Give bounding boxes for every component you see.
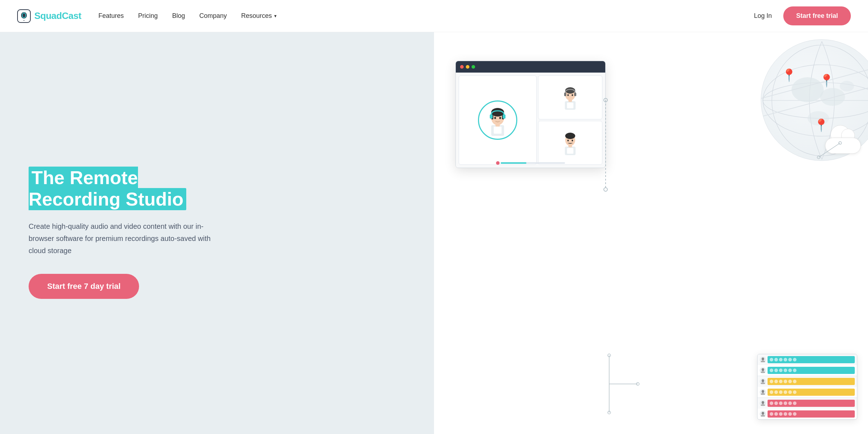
track-dot-6 xyxy=(793,358,797,361)
minimize-button-dot xyxy=(466,65,469,69)
track-row-5 xyxy=(758,398,857,409)
svg-rect-22 xyxy=(567,103,573,108)
progress-fill xyxy=(501,162,527,164)
svg-point-54 xyxy=(761,415,765,417)
avatar-cell-bottom-right xyxy=(538,121,602,165)
avatar-cell-top-right xyxy=(538,75,602,119)
svg-point-29 xyxy=(572,94,573,96)
progress-bar xyxy=(501,162,565,164)
track-row-3 xyxy=(758,376,857,387)
track-dot-4 xyxy=(784,358,787,361)
track-avatar-5 xyxy=(760,400,766,406)
track-row-1 xyxy=(758,354,857,365)
avatar-teal-ring xyxy=(478,100,517,140)
track-dot-5 xyxy=(788,358,792,361)
track-bar-yellow-2 xyxy=(768,389,855,396)
svg-point-35 xyxy=(567,139,569,141)
pin-pink-icon: 📍 xyxy=(819,73,834,88)
hero-cta-button[interactable]: Start free 7 day trial xyxy=(29,274,139,299)
svg-point-46 xyxy=(761,371,765,373)
svg-point-53 xyxy=(762,412,764,415)
svg-point-43 xyxy=(762,357,764,360)
nav-right: Log In Start free trial xyxy=(754,6,851,25)
track-avatar-icon-5 xyxy=(760,401,765,406)
avatar-column-right xyxy=(538,75,602,165)
svg-rect-19 xyxy=(490,114,493,119)
window-titlebar xyxy=(456,61,605,73)
cloud-body xyxy=(825,138,861,154)
nav-cta-button[interactable]: Start free trial xyxy=(783,6,851,25)
avatar-male-top-svg xyxy=(560,85,581,110)
nav-resources[interactable]: Resources ▾ xyxy=(241,12,276,20)
recording-window xyxy=(455,61,606,168)
login-link[interactable]: Log In xyxy=(754,12,772,20)
svg-point-7 xyxy=(820,88,845,106)
cloud-illustration xyxy=(825,132,861,154)
avatar-cell-main xyxy=(459,75,537,165)
nav-blog[interactable]: Blog xyxy=(172,12,185,20)
svg-point-45 xyxy=(762,368,764,371)
svg-point-34 xyxy=(565,133,575,139)
recording-progress xyxy=(496,161,565,165)
track-avatar-2 xyxy=(760,367,766,374)
track-dot-3 xyxy=(779,358,783,361)
svg-point-57 xyxy=(608,354,611,357)
avatar-male-bottom-svg xyxy=(560,131,581,155)
svg-point-36 xyxy=(572,139,573,141)
track-avatar-3 xyxy=(760,378,766,385)
nav-pricing[interactable]: Pricing xyxy=(138,12,158,20)
svg-rect-11 xyxy=(494,127,502,134)
illustration: 📍 📍 📍 xyxy=(434,32,868,434)
svg-point-49 xyxy=(762,390,764,393)
track-dot-2 xyxy=(774,358,778,361)
avatar-main-area xyxy=(459,76,536,164)
logo[interactable]: SquadCast xyxy=(17,9,81,23)
track-bar-yellow xyxy=(768,378,855,385)
hero-title-highlighted: The Remote Recording Studio xyxy=(29,167,186,210)
hero-right: 📍 📍 📍 xyxy=(434,32,868,434)
hero-section: The Remote Recording Studio Create high-… xyxy=(0,32,868,434)
rec-dot xyxy=(496,161,500,165)
svg-point-18 xyxy=(499,117,501,119)
track-avatar-icon-2 xyxy=(760,368,765,373)
svg-point-51 xyxy=(762,401,764,404)
track-row-4 xyxy=(758,387,857,398)
track-dot-1 xyxy=(770,358,773,361)
window-content xyxy=(456,73,605,168)
svg-rect-27 xyxy=(574,93,576,96)
track-avatar-icon-4 xyxy=(760,390,765,395)
svg-rect-31 xyxy=(567,148,573,154)
svg-point-48 xyxy=(761,383,765,384)
nav-company[interactable]: Company xyxy=(199,12,227,20)
hero-left: The Remote Recording Studio Create high-… xyxy=(0,32,434,434)
hero-subtitle: Create high-quality audio and video cont… xyxy=(29,220,222,257)
svg-point-38 xyxy=(604,188,607,191)
svg-point-59 xyxy=(636,383,639,385)
avatar-female-svg xyxy=(485,104,511,136)
track-avatar-icon-6 xyxy=(760,411,765,416)
track-bar-pink xyxy=(768,400,855,407)
track-avatar-icon-3 xyxy=(760,379,765,384)
pin-teal-icon: 📍 xyxy=(781,68,797,82)
svg-point-50 xyxy=(761,393,765,395)
nav-features[interactable]: Features xyxy=(98,12,124,20)
svg-point-28 xyxy=(567,94,569,96)
svg-point-58 xyxy=(608,411,611,414)
hero-title: The Remote Recording Studio xyxy=(29,167,229,210)
tracks-panel xyxy=(757,354,857,420)
track-bar-teal-2 xyxy=(768,367,855,374)
logo-icon xyxy=(17,9,31,23)
svg-rect-20 xyxy=(503,114,505,119)
svg-point-47 xyxy=(762,379,764,382)
track-row-2 xyxy=(758,365,857,376)
pin-yellow-icon: 📍 xyxy=(814,118,829,132)
svg-point-44 xyxy=(761,361,765,363)
track-avatar-1 xyxy=(760,356,766,363)
svg-point-52 xyxy=(761,404,765,406)
close-button-dot xyxy=(460,65,464,69)
svg-point-17 xyxy=(494,117,496,119)
chevron-down-icon: ▾ xyxy=(274,13,277,19)
nav-links: Features Pricing Blog Company Resources … xyxy=(98,12,754,20)
track-bar-pink-2 xyxy=(768,410,855,418)
maximize-button-dot xyxy=(472,65,475,69)
